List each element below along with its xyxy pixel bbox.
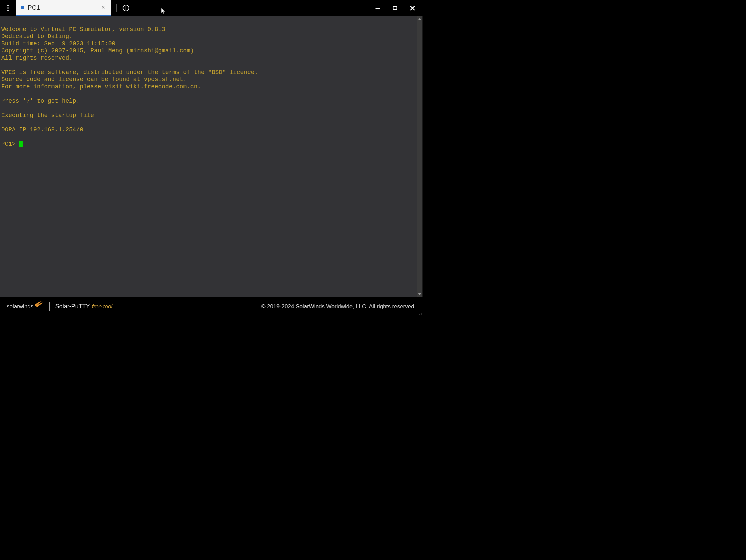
window-controls [375, 0, 423, 16]
svg-point-4 [420, 316, 420, 316]
terminal-line [1, 105, 415, 112]
svg-point-5 [421, 316, 422, 316]
product-name: Solar-PuTTY [55, 303, 90, 310]
menu-button[interactable] [0, 0, 16, 16]
tab-divider [116, 4, 117, 12]
terminal-line [1, 119, 415, 126]
terminal-line: For more information, please visit wiki.… [1, 83, 415, 91]
terminal-line: DORA IP 192.168.1.254/0 [1, 126, 415, 134]
title-bar: PC1 × [0, 0, 423, 16]
svg-point-3 [418, 316, 419, 316]
cursor-icon [19, 141, 23, 147]
connection-status-icon [21, 6, 24, 9]
terminal-line: Executing the startup file [1, 112, 415, 119]
terminal-line: Dedicated to Daling. [1, 33, 415, 40]
terminal-line: Welcome to Virtual PC Simulator, version… [1, 26, 415, 33]
terminal-line [1, 62, 415, 69]
tab-pc1[interactable]: PC1 × [16, 0, 111, 16]
copyright-text: © 2019-2024 SolarWinds Worldwide, LLC. A… [261, 303, 416, 310]
tab-close-button[interactable]: × [100, 4, 106, 11]
free-tool-label: free tool [92, 303, 112, 310]
close-window-button[interactable] [410, 5, 415, 11]
terminal-line: Build time: Sep 9 2023 11:15:00 [1, 40, 415, 48]
maximize-button[interactable] [393, 6, 397, 10]
terminal-line [1, 90, 415, 98]
terminal-line [1, 133, 415, 141]
brand-text: solarwinds [7, 303, 33, 310]
scroll-up-arrow-icon[interactable] [417, 16, 423, 22]
plus-icon [123, 5, 129, 11]
terminal[interactable]: Welcome to Virtual PC Simulator, version… [0, 16, 417, 297]
svg-point-1 [420, 314, 420, 315]
footer-divider [49, 302, 50, 311]
minimize-icon [375, 8, 380, 9]
prompt-text: PC1> [1, 141, 19, 148]
terminal-line: Source code and license can be found at … [1, 76, 415, 83]
brand-logo: solarwinds [7, 302, 44, 311]
svg-point-2 [421, 314, 422, 315]
close-icon [410, 5, 415, 11]
terminal-wrapper: Welcome to Virtual PC Simulator, version… [0, 16, 423, 297]
terminal-line: VPCS is free software, distributed under… [1, 69, 415, 76]
new-tab-button[interactable] [121, 0, 131, 16]
terminal-line: All rights reserved. [1, 55, 415, 62]
maximize-icon [393, 6, 397, 10]
svg-point-0 [421, 313, 422, 314]
scrollbar[interactable] [417, 16, 423, 297]
brand-swoosh-icon [34, 300, 44, 309]
terminal-line: Press '?' to get help. [1, 98, 415, 105]
scroll-down-arrow-icon[interactable] [417, 291, 423, 297]
terminal-line: Copyright (c) 2007-2015, Paul Meng (mirn… [1, 47, 415, 55]
resize-grip-icon[interactable] [417, 312, 422, 317]
terminal-prompt-line: PC1> [1, 141, 415, 148]
tab-label: PC1 [28, 4, 100, 11]
kebab-menu-icon [7, 5, 9, 11]
status-bar: solarwinds Solar-PuTTY free tool © 2019-… [0, 297, 423, 317]
minimize-button[interactable] [375, 8, 380, 9]
terminal-line [1, 19, 415, 26]
